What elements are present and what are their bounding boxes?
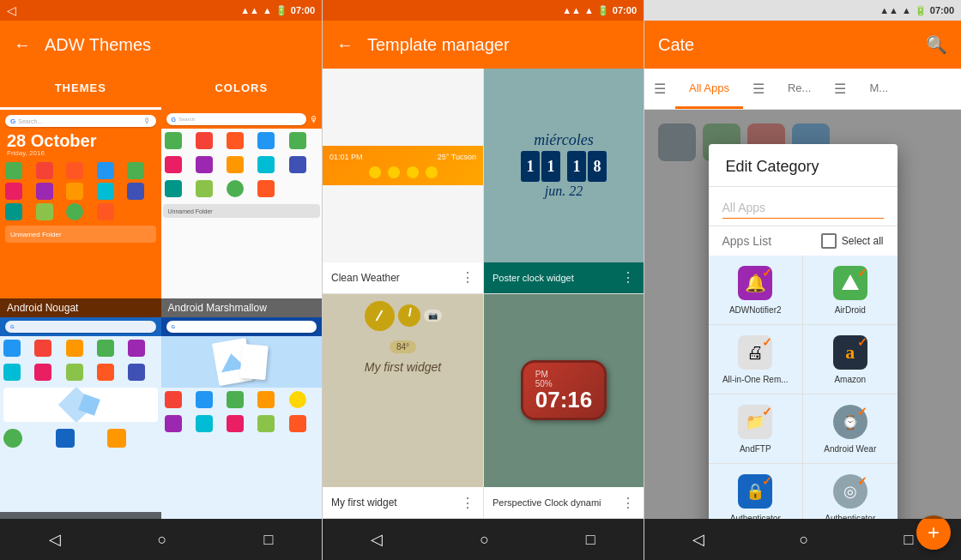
more-tab-label: M... xyxy=(869,81,888,94)
theme-card-3[interactable]: G xyxy=(0,317,161,519)
adwnotifier-icon-container: 🔔 ✓ xyxy=(736,264,774,302)
back-button[interactable]: ← xyxy=(14,35,31,55)
status-bar-p3: ▲▲ ▲ 🔋 07:00 xyxy=(644,0,961,21)
perspective-preview: PM50% 07:16 xyxy=(484,294,644,488)
poster-more-btn[interactable]: ⋮ xyxy=(621,269,635,286)
p2-recent-nav[interactable]: □ xyxy=(586,531,595,549)
andftp-name: AndFTP xyxy=(740,444,771,455)
p1-title: ADW Themes xyxy=(45,35,151,55)
p1-tab-bar: THEMES COLORS xyxy=(0,69,322,110)
back-nav-icon: ◁ xyxy=(7,3,16,17)
p3-status-right: ▲▲ ▲ 🔋 07:00 xyxy=(879,5,954,16)
tab-themes[interactable]: THEMES xyxy=(0,69,161,110)
auth2-icon-container: ◎ ✓ xyxy=(831,473,869,510)
template-card-poster[interactable]: miércoles 1 1 1 8 jun. 22 Poster clock w… xyxy=(484,69,644,294)
back-nav[interactable]: ◁ xyxy=(49,530,61,549)
adwnotifier-name: ADWNotifier2 xyxy=(729,305,782,316)
p2-nav-bar: ◁ ○ □ xyxy=(323,519,644,560)
app-item-auth1[interactable]: 🔒 ✓ Authenticator xyxy=(709,464,803,519)
poster-label: Poster clock widget xyxy=(493,273,574,283)
tab-all-apps[interactable]: All Apps xyxy=(675,69,743,109)
app-item-allinone[interactable]: 🖨 ✓ All-in-One Rem... xyxy=(709,325,803,394)
p3-recent-nav[interactable]: □ xyxy=(904,531,914,549)
app-item-airdroid[interactable]: ✓ AirDroid xyxy=(803,256,898,324)
template-manager-panel: ▲▲ ▲ 🔋 07:00 ← Template manager 01:01 PM… xyxy=(322,0,644,560)
p1-toolbar: ← ADW Themes xyxy=(0,21,322,69)
app-item-amazon[interactable]: a ✓ Amazon xyxy=(803,325,898,394)
perspective-more-btn[interactable]: ⋮ xyxy=(621,495,635,511)
time-display: 07:00 xyxy=(291,5,315,15)
recent-nav[interactable]: □ xyxy=(264,531,274,549)
template-grid: 01:01 PM 25° Tucson Clean Weather ⋮ xyxy=(323,69,644,519)
p3-title: Cate xyxy=(658,35,694,55)
status-bar-p1: ◁ ▲▲ ▲ 🔋 07:00 xyxy=(0,0,322,21)
home-nav[interactable]: ○ xyxy=(158,531,167,549)
p3-content: Edit Category All Apps Apps List Sel xyxy=(644,110,961,519)
p3-time: 07:00 xyxy=(930,5,954,15)
p3-back-nav[interactable]: ◁ xyxy=(692,530,704,549)
p3-menu-icon[interactable]: ☰ xyxy=(644,81,675,97)
p2-battery-icon: 🔋 xyxy=(597,5,609,16)
search-underline xyxy=(722,218,884,219)
p2-toolbar: ← Template manager xyxy=(323,21,644,69)
p3-wifi: ▲ xyxy=(902,5,911,15)
category-panel: ▲▲ ▲ 🔋 07:00 Cate 🔍 ☰ All Apps ☰ Re... ☰… xyxy=(644,0,961,560)
svg-marker-0 xyxy=(842,274,859,290)
p2-home-nav[interactable]: ○ xyxy=(480,531,489,549)
theme-card-4[interactable]: G xyxy=(161,317,323,519)
p2-title: Template manager xyxy=(367,35,510,55)
auth1-name: Authenticator xyxy=(730,514,781,519)
poster-footer: Poster clock widget ⋮ xyxy=(484,262,644,293)
template-left-col: 01:01 PM 25° Tucson Clean Weather ⋮ xyxy=(323,69,483,519)
perspective-footer: Perspective Clock dynami ⋮ xyxy=(484,487,644,518)
recent-tab-label: Re... xyxy=(788,81,811,94)
battery-icon: 🔋 xyxy=(275,5,287,16)
myfirst-footer: My first widget ⋮ xyxy=(323,487,483,518)
myfirst-more-btn[interactable]: ⋮ xyxy=(461,495,474,511)
p3-menu-icon-2[interactable]: ☰ xyxy=(743,81,774,97)
template-card-weather[interactable]: 01:01 PM 25° Tucson Clean Weather ⋮ xyxy=(323,69,483,294)
auth1-icon-container: 🔒 ✓ xyxy=(736,473,774,510)
template-card-myfirst[interactable]: 📷 84° My first widget My first widget ⋮ xyxy=(323,294,483,520)
app-item-andftp[interactable]: 📁 ✓ AndFTP xyxy=(709,394,803,463)
poster-preview: miércoles 1 1 1 8 jun. 22 xyxy=(484,69,644,262)
fab-add[interactable]: + xyxy=(916,515,951,550)
perspective-label: Perspective Clock dynami xyxy=(493,497,601,508)
dialog-search-area: All Apps xyxy=(709,194,898,226)
weather-preview: 01:01 PM 25° Tucson xyxy=(323,69,483,262)
app-item-androidwear[interactable]: ⌚ ✓ Android Wear xyxy=(803,394,898,463)
select-all-checkbox[interactable] xyxy=(821,233,837,249)
template-card-perspective[interactable]: PM50% 07:16 Perspective Clock dynami ⋮ xyxy=(484,294,644,520)
andftp-check: ✓ xyxy=(762,405,772,418)
tab-more[interactable]: M... xyxy=(855,69,902,109)
status-right: ▲▲ ▲ 🔋 07:00 xyxy=(240,5,315,16)
weather-more-btn[interactable]: ⋮ xyxy=(461,269,474,286)
theme-card-marshmallow[interactable]: G Search 🎙 xyxy=(161,110,323,317)
nougat-label: Android Nougat xyxy=(0,298,161,317)
p2-back-button[interactable]: ← xyxy=(336,35,354,55)
p3-home-nav[interactable]: ○ xyxy=(800,531,809,549)
airdroid-check: ✓ xyxy=(857,266,867,280)
tab-colors[interactable]: COLORS xyxy=(161,69,323,110)
template-right-col: miércoles 1 1 1 8 jun. 22 Poster clock w… xyxy=(483,69,644,519)
airdroid-name: AirDroid xyxy=(835,305,866,316)
theme-label-3 xyxy=(0,512,161,519)
p3-search-icon[interactable]: 🔍 xyxy=(926,34,947,55)
theme-card-nougat[interactable]: G Search... 🎙 28 October Friday, 2016 xyxy=(0,110,161,317)
status-bar-p2: ▲▲ ▲ 🔋 07:00 xyxy=(323,0,644,21)
all-apps-tab-label: All Apps xyxy=(689,81,729,94)
p2-time: 07:00 xyxy=(613,5,637,15)
p2-back-nav[interactable]: ◁ xyxy=(371,530,383,549)
search-placeholder: All Apps xyxy=(722,201,884,214)
signal-icon: ▲▲ xyxy=(240,5,259,15)
p3-tab-bar: ☰ All Apps ☰ Re... ☰ M... xyxy=(644,69,961,110)
p3-menu-icon-3[interactable]: ☰ xyxy=(825,81,855,97)
select-all-group: Select all xyxy=(821,233,884,249)
edit-category-dialog: Edit Category All Apps Apps List Sel xyxy=(709,144,898,519)
app-item-adwnotifier[interactable]: 🔔 ✓ ADWNotifier2 xyxy=(709,256,803,324)
androidwear-name: Android Wear xyxy=(824,444,876,455)
adwnotifier-check: ✓ xyxy=(762,266,772,280)
p3-battery: 🔋 xyxy=(915,5,927,16)
app-item-auth2[interactable]: ◎ ✓ Authenticator xyxy=(803,464,898,519)
tab-recent[interactable]: Re... xyxy=(774,69,825,109)
